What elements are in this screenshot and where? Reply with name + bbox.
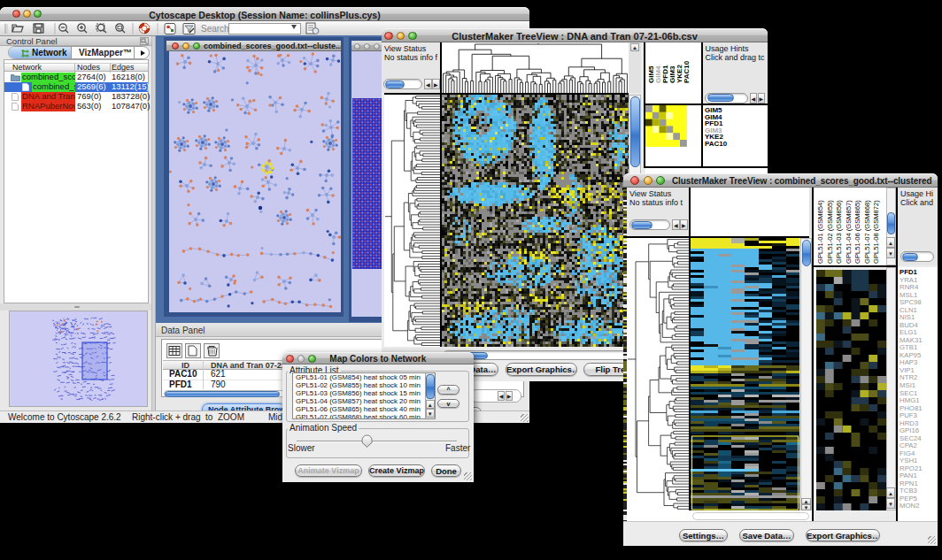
svg-text:GPL51-07 (GSM868): GPL51-07 (GSM868) (863, 200, 871, 264)
svg-text:PAC10: PAC10 (683, 60, 691, 83)
svg-text:GPL51-03 (GSM856): GPL51-03 (GSM856) (835, 200, 843, 264)
svg-text:GPL51-04 (GSM857): GPL51-04 (GSM857) (845, 200, 853, 264)
svg-text:GPL51-06 (GSM865): GPL51-06 (GSM865) (853, 200, 861, 264)
svg-text:GPL51-08 (GSM872): GPL51-08 (GSM872) (872, 200, 880, 264)
svg-text:GPL51-01 (GSM854): GPL51-01 (GSM854) (816, 200, 824, 264)
svg-text:GPL51-02 (GSM855): GPL51-02 (GSM855) (826, 200, 834, 264)
